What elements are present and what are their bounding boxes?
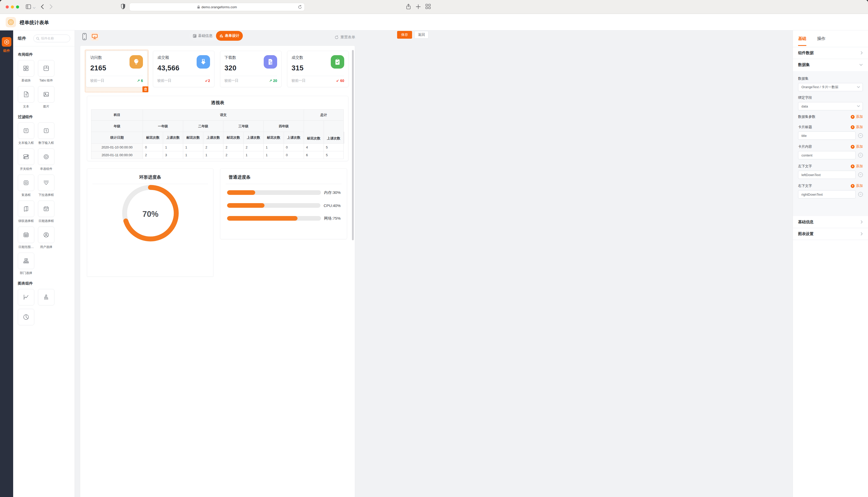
stat-card[interactable]: 访问数 2165 较前一日 ↗ 6 — [86, 51, 147, 87]
stat-card[interactable]: 成交额 43,566 ¥ 较前一日 ↙↙2 — [153, 51, 215, 87]
app-logo — [6, 17, 16, 27]
back-button[interactable]: 返回 — [414, 31, 429, 39]
tab-basic-info[interactable]: 基础信息 — [189, 31, 216, 41]
stat-card-row: 访问数 2165 较前一日 ↗ 6 成交额 43,566 — [86, 51, 348, 87]
table-row: 2020-01-10 00:00:00 01 12 22 10 45 — [91, 144, 344, 151]
device-toggle-group — [80, 32, 99, 41]
sidebar-icon[interactable] — [25, 4, 31, 11]
component-item-user-select[interactable]: 用户选择 — [38, 227, 54, 248]
progress-bar-network: 网络:75% — [227, 216, 341, 221]
form-canvas[interactable]: 访问数 2165 较前一日 ↗ 6 成交额 43,566 — [80, 46, 355, 248]
pivot-h-subject: 科目 — [91, 110, 143, 120]
save-button[interactable]: 保存 — [397, 31, 412, 39]
image-icon — [43, 91, 50, 98]
progress-bars-widget[interactable]: 普通进度条 内存:30% CPU:40% 网络:75% — [220, 168, 347, 239]
forward-icon[interactable] — [50, 4, 53, 10]
stat-card-downloads-wrapper[interactable]: 下载数 320 较前一日 ↗ 20 — [220, 51, 281, 87]
hexagon-component-icon — [4, 39, 10, 45]
share-icon[interactable] — [406, 4, 411, 11]
component-item-radio[interactable]: 单选组件 — [38, 148, 54, 171]
reset-form-button[interactable]: 重置表单 — [335, 35, 355, 40]
bulb-icon — [129, 55, 143, 69]
section-layout-components: 布局组件 — [18, 52, 74, 57]
component-search[interactable] — [33, 34, 70, 42]
component-item-checkbox[interactable]: 复选框 — [18, 174, 34, 197]
desktop-icon — [92, 34, 98, 40]
stat-card-amount-wrapper[interactable]: 成交额 43,566 ¥ 较前一日 ↙↙2 — [153, 51, 215, 87]
stat-footer-label: 较前一日 — [292, 79, 305, 83]
component-item-basic-block[interactable]: 基础块 — [18, 60, 34, 83]
pivot-table-widget[interactable]: 透视表 科目 语文 总计 年级 一年级 二年级 三年级 四年级 献花次数 — [87, 96, 348, 161]
mobile-icon — [82, 33, 87, 40]
new-tab-icon[interactable] — [416, 4, 421, 10]
trend-down-value: ↙ 60 — [336, 79, 344, 83]
ring-percent-label: 70% — [122, 210, 179, 219]
pivot-h-total: 总计 — [304, 110, 344, 120]
bar-chart-icon — [220, 34, 223, 38]
calendar-grid-icon — [23, 232, 29, 238]
search-input[interactable] — [41, 37, 66, 40]
pivot-table: 科目 语文 总计 年级 一年级 二年级 三年级 四年级 献花次数 上课次数 统计… — [91, 109, 344, 159]
component-item-image[interactable]: 图片 — [38, 86, 54, 109]
search-icon — [36, 37, 40, 40]
address-bar[interactable]: demo.orangeforms.com — [129, 3, 305, 11]
trash-icon — [144, 88, 147, 91]
stat-card-deals-wrapper[interactable]: 成交数 315 较前一日 ↙ 60 — [287, 51, 348, 87]
user-icon — [43, 232, 49, 238]
text-document-icon — [23, 91, 29, 98]
back-icon[interactable] — [41, 4, 44, 10]
progress-bar-memory: 内存:30% — [227, 190, 341, 195]
delete-component-button[interactable] — [142, 86, 148, 92]
ring-progress-widget[interactable]: 环形进度条 70% — [87, 168, 213, 248]
component-item-text-input[interactable]: 文本输入框 — [18, 123, 34, 145]
tab-overview-icon[interactable] — [425, 4, 431, 10]
clipboard-check-icon — [331, 55, 344, 69]
trend-down-value: ↙↙2 — [205, 79, 210, 83]
designer-mode-switch: 基础信息 表单设计 — [189, 31, 243, 41]
sidebar-chevron-icon[interactable] — [33, 5, 36, 10]
dropdown-icon — [43, 180, 50, 186]
component-item-switch[interactable]: 开关组件 — [18, 148, 34, 171]
tabs-layout-icon — [43, 65, 50, 72]
component-item-select[interactable]: 下拉选择框 — [38, 174, 54, 197]
tab-form-design[interactable]: 表单设计 — [216, 31, 243, 41]
close-window-button[interactable] — [6, 5, 9, 9]
components-panel: 组件 布局组件 基础块 Tabs 组件 文本 — [13, 30, 75, 248]
pivot-h-chinese: 语文 — [143, 110, 304, 120]
privacy-shield-icon[interactable] — [121, 3, 125, 11]
canvas-scrollbar[interactable] — [352, 50, 354, 240]
zoom-window-button[interactable] — [16, 5, 19, 9]
component-item-number-input[interactable]: 数字输入框 — [38, 123, 54, 145]
progress-bar-cpu: CPU:40% — [227, 203, 341, 208]
grid-blocks-icon — [23, 65, 29, 72]
progress-title: 普通进度条 — [229, 174, 347, 180]
stat-card-visits-wrapper[interactable]: 访问数 2165 较前一日 ↗ 6 — [86, 51, 147, 87]
nav-components-button[interactable] — [2, 37, 11, 47]
calendar-check-icon — [43, 206, 49, 212]
component-item-tabs[interactable]: Tabs 组件 — [38, 60, 54, 83]
stat-card[interactable]: 成交数 315 较前一日 ↙ 60 — [287, 51, 348, 87]
minimize-window-button[interactable] — [11, 5, 14, 9]
component-item-cascade[interactable]: 级联选择框 — [18, 201, 34, 223]
stat-card[interactable]: 下载数 320 较前一日 ↗ 20 — [220, 51, 281, 87]
page-title: 橙单统计表单 — [19, 19, 49, 26]
stat-footer-label: 较前一日 — [157, 79, 171, 83]
component-item-text[interactable]: 文本 — [18, 86, 34, 109]
section-filter-components: 过滤组件 — [18, 114, 74, 119]
text-input-icon — [23, 128, 29, 134]
app-header: 橙单统计表单 基础信息 表单设计 保存 返回 — [0, 14, 434, 30]
nav-components-label[interactable]: 组件 — [0, 48, 13, 53]
reset-icon — [335, 35, 339, 40]
component-item-date-range[interactable]: 日期范围… — [18, 227, 34, 248]
component-item-date-picker[interactable]: 日期选择框 — [38, 201, 54, 223]
device-desktop-button[interactable] — [91, 32, 99, 41]
browser-toolbar: demo.orangeforms.com — [0, 0, 434, 14]
ring-progress: 70% — [122, 185, 179, 242]
yuan-download-icon: ¥ — [197, 55, 210, 69]
device-mobile-button[interactable] — [80, 32, 88, 41]
checkbox-icon — [23, 180, 29, 186]
reload-icon[interactable] — [298, 5, 302, 10]
ring-title: 环形进度条 — [87, 174, 213, 180]
pivot-h-grade: 年级 — [91, 120, 143, 132]
number-input-icon — [43, 128, 49, 134]
